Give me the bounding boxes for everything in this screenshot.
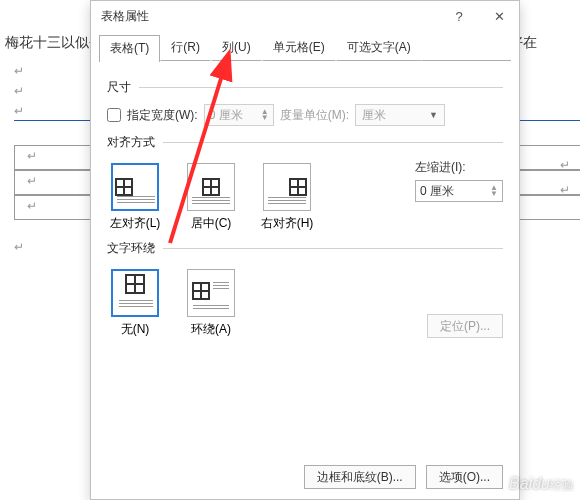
size-legend: 尺寸 [107, 79, 139, 96]
chevron-down-icon: ▼ [429, 110, 438, 120]
left-indent-label: 左缩进(I): [415, 159, 503, 176]
borders-shading-button[interactable]: 边框和底纹(B)... [304, 465, 416, 489]
tab-table[interactable]: 表格(T) [99, 35, 160, 62]
align-center-option[interactable]: 居中(C) [183, 163, 239, 232]
paragraph-mark: ↵ [14, 240, 24, 254]
measure-unit-label: 度量单位(M): [280, 107, 349, 124]
specify-width-label: 指定宽度(W): [127, 107, 198, 124]
width-spinner[interactable]: 0 厘米 ▲▼ [204, 104, 274, 126]
positioning-button: 定位(P)... [427, 314, 503, 338]
table-properties-dialog: 表格属性 ? ✕ 表格(T) 行(R) 列(U) 单元格(E) 可选文字(A) … [90, 0, 520, 500]
paragraph-mark: ↵ [14, 64, 24, 78]
dialog-title: 表格属性 [101, 8, 149, 25]
size-group: 尺寸 指定宽度(W): 0 厘米 ▲▼ 度量单位(M): 厘米 ▼ [107, 79, 503, 126]
wrap-around-label: 环绕(A) [191, 322, 231, 336]
tab-alt-text[interactable]: 可选文字(A) [336, 34, 422, 61]
specify-width-checkbox[interactable] [107, 108, 121, 122]
wrap-around-option[interactable]: 环绕(A) [183, 269, 239, 338]
alignment-group: 对齐方式 左对齐(L) 居中(C) 右对齐(H) [107, 134, 503, 232]
measure-unit-value: 厘米 [362, 107, 386, 124]
wrap-none-label: 无(N) [121, 322, 150, 336]
align-right-label: 右对齐(H) [261, 216, 314, 230]
width-value: 0 厘米 [209, 107, 243, 124]
paragraph-mark: ↵ [14, 84, 24, 98]
align-right-option[interactable]: 右对齐(H) [259, 163, 315, 232]
dialog-titlebar[interactable]: 表格属性 ? ✕ [91, 1, 519, 31]
align-center-label: 居中(C) [191, 216, 232, 230]
alignment-legend: 对齐方式 [107, 134, 163, 151]
measure-unit-select: 厘米 ▼ [355, 104, 445, 126]
align-left-label: 左对齐(L) [110, 216, 161, 230]
help-button[interactable]: ? [439, 1, 479, 31]
close-button[interactable]: ✕ [479, 1, 519, 31]
bg-cell-mark: ↵ [560, 180, 580, 205]
wrap-none-option[interactable]: 无(N) [107, 269, 163, 338]
left-indent-spinner[interactable]: 0 厘米 ▲▼ [415, 180, 503, 202]
spinner-arrows-icon[interactable]: ▲▼ [261, 109, 269, 121]
align-left-option[interactable]: 左对齐(L) [107, 163, 163, 232]
watermark-suffix: 经验 [550, 478, 574, 492]
tab-row[interactable]: 行(R) [160, 34, 211, 61]
tab-strip: 表格(T) 行(R) 列(U) 单元格(E) 可选文字(A) [91, 31, 519, 61]
bg-cell-mark: ↵ [560, 155, 580, 180]
paragraph-mark: ↵ [14, 104, 24, 118]
tab-column[interactable]: 列(U) [211, 34, 262, 61]
text-wrap-group: 文字环绕 无(N) 环绕(A) 定位(P)... [107, 240, 503, 338]
options-button[interactable]: 选项(O)... [426, 465, 503, 489]
left-indent-value: 0 厘米 [420, 183, 454, 200]
tab-cell[interactable]: 单元格(E) [262, 34, 336, 61]
spinner-arrows-icon[interactable]: ▲▼ [490, 185, 498, 197]
text-wrap-legend: 文字环绕 [107, 240, 163, 257]
dialog-footer: 边框和底纹(B)... 选项(O)... [304, 465, 503, 489]
